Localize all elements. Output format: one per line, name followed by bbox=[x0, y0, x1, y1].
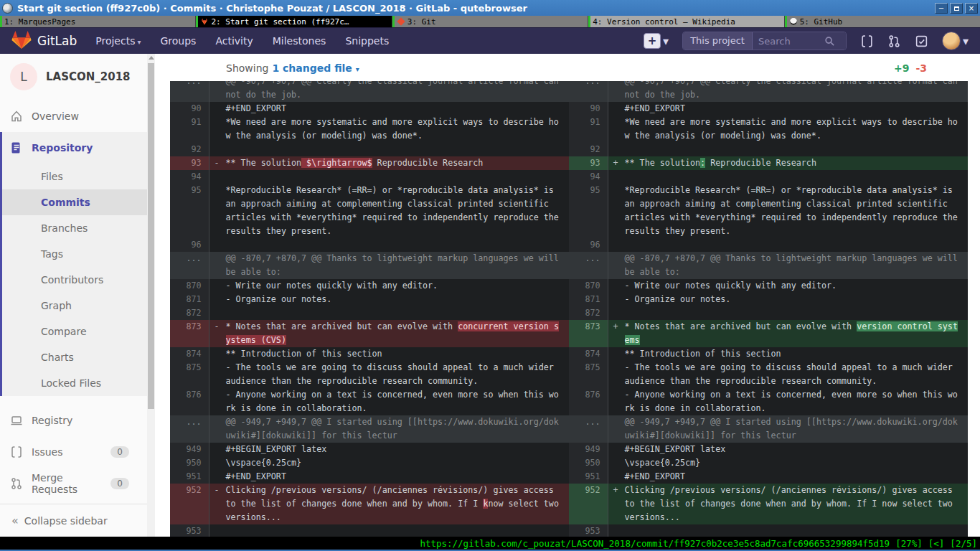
old-line-number[interactable]: 949 bbox=[170, 443, 209, 456]
old-line-number[interactable]: 93 bbox=[170, 156, 209, 170]
old-line-number[interactable]: 91 bbox=[170, 116, 209, 143]
diff-marker: - bbox=[215, 484, 220, 497]
search-input[interactable] bbox=[753, 36, 824, 47]
new-line-number[interactable]: 952 bbox=[569, 484, 608, 524]
sidebar-item-branches[interactable]: Branches bbox=[2, 215, 155, 241]
new-line-number[interactable]: 873 bbox=[569, 320, 608, 347]
old-line-number[interactable]: 875 bbox=[170, 361, 209, 388]
new-line-number[interactable]: 96 bbox=[569, 238, 608, 252]
sidebar-item-registry[interactable]: Registry bbox=[0, 405, 155, 436]
merge-requests-icon[interactable] bbox=[887, 34, 901, 48]
old-line-number[interactable]: 871 bbox=[170, 293, 209, 306]
new-line-number[interactable]: 91 bbox=[569, 116, 608, 143]
project-header[interactable]: L LASCON_2018 bbox=[0, 54, 155, 100]
changed-files-dropdown[interactable]: 1 changed file ▾ bbox=[272, 62, 359, 74]
diff-row: 876- Anyone working on a text is concern… bbox=[170, 388, 968, 415]
browser-tab[interactable]: 1: MarquesPages bbox=[0, 16, 195, 27]
nav-link-projects[interactable]: Projects▾ bbox=[95, 35, 141, 47]
new-line-number[interactable]: 871 bbox=[569, 293, 608, 306]
close-button[interactable]: × bbox=[965, 3, 978, 14]
nav-link-activity[interactable]: Activity bbox=[215, 35, 253, 47]
qutebrowser-icon bbox=[2, 3, 13, 14]
new-line-number[interactable]: 875 bbox=[569, 361, 608, 388]
showing-label: Showing bbox=[226, 62, 268, 74]
tab-indicator bbox=[588, 16, 590, 27]
diff-row: 96 96 bbox=[170, 238, 968, 252]
new-line-number[interactable]: 90 bbox=[569, 102, 608, 116]
new-line-number[interactable]: 870 bbox=[569, 279, 608, 293]
old-code-cell: #+BEGIN_EXPORT latex bbox=[209, 443, 569, 456]
maximize-button[interactable] bbox=[950, 3, 963, 14]
old-line-number[interactable]: 870 bbox=[170, 279, 209, 293]
new-menu-button[interactable]: + ▾ bbox=[644, 33, 669, 49]
new-line-number[interactable]: 949 bbox=[569, 443, 608, 456]
old-line-number[interactable]: 95 bbox=[170, 184, 209, 238]
nav-link-groups[interactable]: Groups bbox=[160, 35, 196, 47]
new-code-cell: +Clicking /previous versions/ (/ancienne… bbox=[608, 484, 968, 524]
new-line-number[interactable]: 93 bbox=[569, 156, 608, 170]
new-line-number: ... bbox=[569, 252, 608, 279]
browser-tab[interactable]: 2: Start git section (ff927c… bbox=[196, 16, 391, 27]
new-line-number[interactable]: 92 bbox=[569, 143, 608, 156]
old-line-number[interactable]: 92 bbox=[170, 143, 209, 156]
sidebar-item-charts[interactable]: Charts bbox=[2, 344, 155, 370]
old-line-number[interactable]: 873 bbox=[170, 320, 209, 347]
new-line-number[interactable]: 872 bbox=[569, 306, 608, 320]
old-code-cell: *Reproducible Research* (=RR=) or *repro… bbox=[209, 184, 569, 238]
old-code-cell: - Anyone working on a text is concerned,… bbox=[209, 388, 569, 415]
issues-icon[interactable] bbox=[860, 34, 874, 48]
sidebar-item-files[interactable]: Files bbox=[2, 164, 155, 189]
old-code-cell: @@ -870,7 +870,7 @@ Thanks to lightweigh… bbox=[209, 252, 569, 279]
sidebar-item-tags[interactable]: Tags bbox=[2, 241, 155, 267]
minimize-button[interactable]: − bbox=[935, 3, 948, 14]
browser-tab[interactable]: 4: Version control – Wikipedia bbox=[588, 16, 783, 27]
diff-marker: + bbox=[613, 320, 618, 334]
old-code-cell: #+END_EXPORT bbox=[209, 102, 569, 116]
old-line-number[interactable]: 953 bbox=[170, 524, 209, 537]
collapse-sidebar-button[interactable]: « Collapse sidebar bbox=[0, 504, 155, 537]
old-line-number[interactable]: 952 bbox=[170, 484, 209, 524]
old-line-number[interactable]: 94 bbox=[170, 170, 209, 184]
scroll-up-arrow-icon[interactable] bbox=[149, 56, 154, 60]
old-line-number[interactable]: 90 bbox=[170, 102, 209, 116]
new-line-number[interactable]: 876 bbox=[569, 388, 608, 415]
browser-tab[interactable]: 3: Git bbox=[392, 16, 588, 27]
sidebar-item-commits[interactable]: Commits bbox=[2, 189, 155, 215]
diff-row: 952-Clicking /previous versions/ (/ancie… bbox=[170, 484, 968, 524]
new-code-cell: \vspace{0.25cm} bbox=[608, 456, 968, 470]
nav-link-milestones[interactable]: Milestones bbox=[273, 35, 326, 47]
new-code-cell: +** The solution: Reproducible Research bbox=[608, 156, 968, 170]
sidebar-item-issues[interactable]: Issues0 bbox=[0, 436, 155, 468]
registry-icon bbox=[10, 414, 23, 427]
scrollbar-thumb[interactable] bbox=[148, 63, 154, 409]
browser-tab[interactable]: 5: GitHub bbox=[785, 16, 980, 27]
sidebar-item-repository[interactable]: Repository bbox=[2, 132, 155, 164]
sidebar-item-locked-files[interactable]: Locked Files bbox=[2, 370, 155, 396]
old-line-number[interactable]: 872 bbox=[170, 306, 209, 320]
new-line-number[interactable]: 953 bbox=[569, 524, 608, 537]
sidebar-item-graph[interactable]: Graph bbox=[2, 293, 155, 319]
sidebar-item-overview[interactable]: Overview bbox=[0, 100, 155, 132]
gitlab-brand[interactable]: GitLab bbox=[11, 30, 77, 52]
old-line-number[interactable]: 951 bbox=[170, 470, 209, 484]
old-line-number[interactable]: 876 bbox=[170, 388, 209, 415]
old-code-cell: -Clicking /previous versions/ (/ancienne… bbox=[209, 484, 569, 524]
sidebar-scrollbar[interactable] bbox=[147, 54, 155, 537]
nav-link-snippets[interactable]: Snippets bbox=[345, 35, 389, 47]
user-menu[interactable]: ▾ bbox=[942, 32, 969, 50]
sidebar-item-compare[interactable]: Compare bbox=[2, 319, 155, 344]
new-line-number[interactable]: 95 bbox=[569, 184, 608, 238]
new-line-number[interactable]: 94 bbox=[569, 170, 608, 184]
old-code-cell: -** The solution $\rightarrow$ Reproduci… bbox=[209, 156, 569, 170]
sidebar-item-contributors[interactable]: Contributors bbox=[2, 267, 155, 293]
new-line-number[interactable]: 874 bbox=[569, 347, 608, 361]
sidebar-item-label: Merge Requests bbox=[32, 472, 102, 495]
old-line-number[interactable]: 96 bbox=[170, 238, 209, 252]
old-line-number[interactable]: 874 bbox=[170, 347, 209, 361]
old-line-number[interactable]: 950 bbox=[170, 456, 209, 470]
new-line-number[interactable]: 951 bbox=[569, 470, 608, 484]
todos-icon[interactable] bbox=[915, 34, 928, 48]
new-line-number[interactable]: 950 bbox=[569, 456, 608, 470]
new-code-cell: *We need are more systematic and more ex… bbox=[608, 116, 968, 143]
sidebar-item-merge-requests[interactable]: Merge Requests0 bbox=[0, 468, 155, 499]
